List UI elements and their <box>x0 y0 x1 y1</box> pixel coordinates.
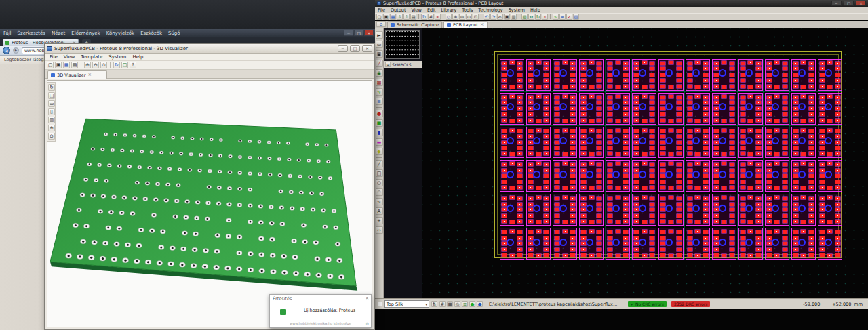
footprint-cell[interactable] <box>632 228 656 260</box>
minimize-button[interactable]: ─ <box>338 45 348 52</box>
footprint-cell[interactable] <box>791 228 816 260</box>
footprint-cell[interactable] <box>579 127 604 159</box>
circle-tool-icon[interactable]: ○ <box>376 179 383 186</box>
zoom-in-icon[interactable]: ⊕ <box>452 14 458 20</box>
footprint-cell[interactable] <box>579 59 604 91</box>
save-layout-icon[interactable]: ▦ <box>390 14 396 20</box>
snap-toggle-icon[interactable]: # <box>439 301 446 307</box>
tab-close-icon[interactable]: × <box>480 22 484 27</box>
undo-icon[interactable]: ↶ <box>484 14 490 20</box>
block-move-icon[interactable]: ↔ <box>528 14 534 20</box>
side-view-icon[interactable]: ▯ <box>48 108 55 115</box>
footprint-cell[interactable] <box>818 228 842 260</box>
pcb-menu-tools[interactable]: Tools <box>459 7 475 13</box>
new-icon[interactable]: ▢ <box>47 62 54 68</box>
auto-route-icon[interactable]: ≈ <box>559 14 566 20</box>
design-rule-check-icon[interactable]: ✓ <box>566 14 572 20</box>
smt-pad-tool-icon[interactable]: ◆ <box>376 148 383 155</box>
footprint-cell[interactable] <box>765 228 789 260</box>
package-tool-icon[interactable]: ▣ <box>376 50 383 58</box>
origin-icon[interactable]: + <box>435 14 441 20</box>
footprint-cell[interactable] <box>658 228 683 260</box>
pcb-menu-edit[interactable]: Edit <box>425 7 439 13</box>
minimize-button[interactable]: ─ <box>344 30 353 36</box>
grid-units-icon[interactable]: ▦ <box>447 301 453 307</box>
browser-menu-n-zet[interactable]: Nézet <box>52 30 65 36</box>
footprint-cell[interactable] <box>553 194 577 226</box>
footprint-cell[interactable] <box>658 93 683 125</box>
footprint-cell[interactable] <box>765 93 789 125</box>
marker-tool-icon[interactable]: + <box>376 217 383 224</box>
overview-minimap[interactable] <box>385 30 420 59</box>
footprint-cell[interactable] <box>658 194 683 226</box>
export-icon[interactable]: ⇧ <box>403 14 410 20</box>
footprint-cell[interactable] <box>686 59 710 91</box>
footprint-cell[interactable] <box>658 127 683 159</box>
footprint-cell[interactable] <box>658 59 683 91</box>
footprint-cell[interactable] <box>738 59 763 91</box>
zoom-in-icon[interactable]: ⊕ <box>84 62 91 68</box>
3d-view-icon[interactable]: ▧ <box>573 14 579 20</box>
3d-menu-system[interactable]: System <box>106 54 129 60</box>
footprint-cell[interactable] <box>738 228 763 260</box>
zoom-all-icon[interactable]: ⊙ <box>466 14 472 20</box>
maximize-button[interactable]: □ <box>354 30 363 36</box>
trace-style-icon[interactable]: ≡ <box>462 301 468 307</box>
square-pad-tool-icon[interactable]: ■ <box>376 119 383 127</box>
redraw-icon[interactable]: ↻ <box>421 14 427 20</box>
3d-menu-view[interactable]: View <box>61 54 78 60</box>
footprint-cell[interactable] <box>712 228 736 260</box>
block-rotate-icon[interactable]: ↻ <box>535 14 541 20</box>
open-layout-icon[interactable]: ▣ <box>383 14 389 20</box>
ratsnest-tool-icon[interactable]: ∿ <box>376 88 383 96</box>
footprint-cell[interactable] <box>526 59 551 91</box>
zoom-out-icon[interactable]: ⊖ <box>92 62 99 68</box>
footprint-cell[interactable] <box>606 127 630 159</box>
forward-button[interactable]: ▶ <box>13 47 19 54</box>
footprint-cell[interactable] <box>818 160 842 192</box>
close-button[interactable]: × <box>856 1 866 6</box>
maximize-button[interactable]: □ <box>844 1 854 6</box>
footprint-cell[interactable] <box>818 127 842 159</box>
footprint-cell[interactable] <box>606 194 630 226</box>
text-tool-icon[interactable]: A <box>376 207 383 215</box>
footprint-cell[interactable] <box>579 194 604 226</box>
footprint-cell[interactable] <box>500 127 524 159</box>
back-button[interactable]: ◀ <box>3 47 10 54</box>
footprint-cell[interactable] <box>765 59 789 91</box>
pcb-menu-technology[interactable]: Technology <box>475 7 505 13</box>
browser-menu-k-nyvjelz-k[interactable]: Könyvjelzők <box>106 30 134 36</box>
grid-toggle-icon[interactable]: # <box>428 14 434 20</box>
footprint-cell[interactable] <box>606 160 630 192</box>
footprint-cell[interactable] <box>658 160 683 192</box>
footprint-cell[interactable] <box>526 160 551 192</box>
home-button[interactable]: ⌂ <box>376 21 386 27</box>
footprint-cell[interactable] <box>712 127 736 159</box>
save-icon[interactable]: ▦ <box>63 62 70 68</box>
redo-icon[interactable]: ↷ <box>490 14 496 20</box>
via-tool-icon[interactable]: ◉ <box>376 69 383 77</box>
browser-menu-el-zm-nyek[interactable]: Előzmények <box>71 30 100 36</box>
footprint-cell[interactable] <box>818 194 842 226</box>
browser-menu-f-jl[interactable]: Fájl <box>3 30 12 36</box>
footprint-cell[interactable] <box>818 59 842 91</box>
footprint-cell[interactable] <box>791 127 816 159</box>
layer-spinner[interactable]: ⇅ <box>431 301 437 307</box>
footprint-cell[interactable] <box>526 228 551 260</box>
footprint-cell[interactable] <box>686 228 710 260</box>
layer-selector[interactable]: Top Silk ▾ <box>384 300 429 308</box>
minimize-button[interactable]: ─ <box>831 1 842 6</box>
footprint-cell[interactable] <box>553 93 577 125</box>
tab-pcb-layout[interactable]: PCB Layout × <box>443 21 488 28</box>
footprint-cell[interactable] <box>765 160 789 192</box>
maximize-button[interactable]: □ <box>350 45 360 52</box>
zone-tool-icon[interactable]: ▩ <box>376 79 383 86</box>
footprint-cell[interactable] <box>500 228 524 260</box>
rotate-view-icon[interactable]: ↻ <box>113 62 120 68</box>
zoom-in-icon[interactable]: ⊕ <box>48 125 55 131</box>
footprint-cell[interactable] <box>686 160 710 192</box>
footprint-cell[interactable] <box>738 194 763 226</box>
round-pad-tool-icon[interactable]: ● <box>376 110 383 117</box>
footprint-cell[interactable] <box>553 228 577 260</box>
block-copy-icon[interactable]: ▨ <box>521 14 528 20</box>
